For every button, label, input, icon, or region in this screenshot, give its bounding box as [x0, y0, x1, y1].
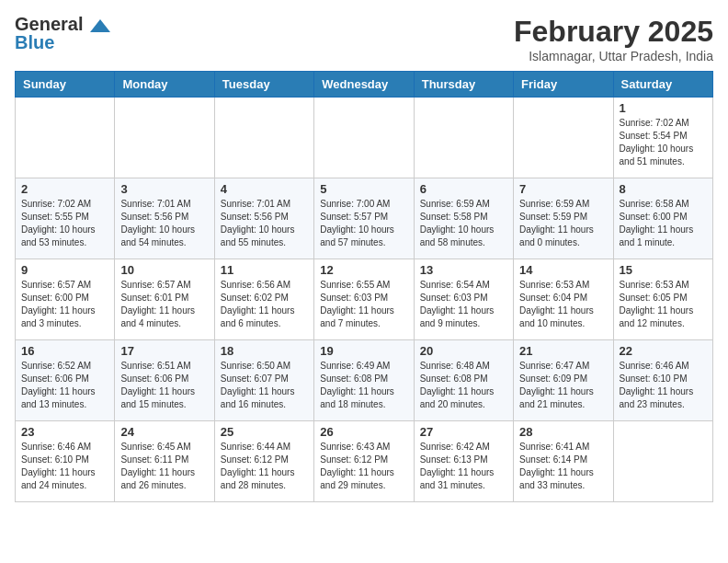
calendar-week-4: 16Sunrise: 6:52 AM Sunset: 6:06 PM Dayli…	[16, 340, 713, 421]
month-title: February 2025	[514, 15, 713, 49]
calendar-cell: 16Sunrise: 6:52 AM Sunset: 6:06 PM Dayli…	[16, 340, 115, 421]
calendar-cell	[115, 98, 214, 178]
calendar-cell: 21Sunrise: 6:47 AM Sunset: 6:09 PM Dayli…	[514, 340, 613, 421]
day-number: 7	[519, 182, 607, 196]
calendar-cell: 3Sunrise: 7:01 AM Sunset: 5:56 PM Daylig…	[115, 178, 214, 259]
day-number: 12	[320, 263, 407, 277]
calendar-week-5: 23Sunrise: 6:46 AM Sunset: 6:10 PM Dayli…	[16, 421, 713, 502]
weekday-sunday: Sunday	[16, 72, 115, 98]
day-number: 24	[120, 425, 208, 439]
day-number: 20	[420, 344, 507, 358]
day-info: Sunrise: 6:59 AM Sunset: 5:58 PM Dayligh…	[420, 198, 507, 249]
calendar-cell: 4Sunrise: 7:01 AM Sunset: 5:56 PM Daylig…	[214, 178, 313, 259]
day-number: 10	[120, 263, 208, 277]
calendar-cell: 10Sunrise: 6:57 AM Sunset: 6:01 PM Dayli…	[115, 259, 214, 340]
calendar-week-2: 2Sunrise: 7:02 AM Sunset: 5:55 PM Daylig…	[16, 178, 713, 259]
day-number: 1	[620, 101, 707, 115]
weekday-thursday: Thursday	[414, 72, 513, 98]
calendar-cell: 17Sunrise: 6:51 AM Sunset: 6:06 PM Dayli…	[115, 340, 214, 421]
day-info: Sunrise: 6:43 AM Sunset: 6:12 PM Dayligh…	[320, 441, 407, 492]
logo-icon	[90, 19, 110, 32]
day-number: 18	[221, 344, 308, 358]
day-number: 14	[519, 263, 607, 277]
day-number: 4	[221, 182, 308, 196]
day-info: Sunrise: 6:58 AM Sunset: 6:00 PM Dayligh…	[620, 198, 707, 249]
logo-text: General	[15, 15, 110, 33]
calendar-cell: 22Sunrise: 6:46 AM Sunset: 6:10 PM Dayli…	[613, 340, 712, 421]
day-info: Sunrise: 6:46 AM Sunset: 6:10 PM Dayligh…	[620, 360, 707, 411]
calendar-cell	[414, 98, 513, 178]
day-info: Sunrise: 7:01 AM Sunset: 5:56 PM Dayligh…	[221, 198, 308, 249]
day-number: 21	[519, 344, 607, 358]
logo-general: General	[15, 14, 83, 34]
calendar-cell: 26Sunrise: 6:43 AM Sunset: 6:12 PM Dayli…	[314, 421, 414, 502]
calendar: SundayMondayTuesdayWednesdayThursdayFrid…	[15, 71, 713, 502]
calendar-week-1: 1Sunrise: 7:02 AM Sunset: 5:54 PM Daylig…	[16, 98, 713, 178]
calendar-cell	[314, 98, 414, 178]
day-number: 11	[221, 263, 308, 277]
day-number: 15	[620, 263, 707, 277]
location: Islamnagar, Uttar Pradesh, India	[514, 49, 713, 63]
calendar-cell: 2Sunrise: 7:02 AM Sunset: 5:55 PM Daylig…	[16, 178, 115, 259]
day-info: Sunrise: 7:02 AM Sunset: 5:54 PM Dayligh…	[620, 117, 707, 168]
logo: General Blue	[15, 15, 110, 52]
day-number: 17	[120, 344, 208, 358]
day-info: Sunrise: 6:56 AM Sunset: 6:02 PM Dayligh…	[221, 279, 308, 330]
weekday-monday: Monday	[115, 72, 214, 98]
calendar-cell: 20Sunrise: 6:48 AM Sunset: 6:08 PM Dayli…	[414, 340, 513, 421]
weekday-tuesday: Tuesday	[214, 72, 313, 98]
day-number: 5	[320, 182, 407, 196]
svg-marker-0	[90, 19, 110, 32]
day-info: Sunrise: 6:54 AM Sunset: 6:03 PM Dayligh…	[420, 279, 507, 330]
day-number: 2	[21, 182, 108, 196]
calendar-cell	[613, 421, 712, 502]
day-info: Sunrise: 6:41 AM Sunset: 6:14 PM Dayligh…	[519, 441, 607, 492]
day-info: Sunrise: 6:53 AM Sunset: 6:04 PM Dayligh…	[519, 279, 607, 330]
calendar-cell: 27Sunrise: 6:42 AM Sunset: 6:13 PM Dayli…	[414, 421, 513, 502]
day-info: Sunrise: 6:55 AM Sunset: 6:03 PM Dayligh…	[320, 279, 407, 330]
calendar-cell	[514, 98, 613, 178]
weekday-saturday: Saturday	[613, 72, 712, 98]
day-number: 9	[21, 263, 108, 277]
calendar-cell: 5Sunrise: 7:00 AM Sunset: 5:57 PM Daylig…	[314, 178, 414, 259]
day-info: Sunrise: 6:49 AM Sunset: 6:08 PM Dayligh…	[320, 360, 407, 411]
day-info: Sunrise: 6:42 AM Sunset: 6:13 PM Dayligh…	[420, 441, 507, 492]
day-number: 27	[420, 425, 507, 439]
day-number: 28	[519, 425, 607, 439]
calendar-cell: 12Sunrise: 6:55 AM Sunset: 6:03 PM Dayli…	[314, 259, 414, 340]
calendar-cell: 8Sunrise: 6:58 AM Sunset: 6:00 PM Daylig…	[613, 178, 712, 259]
calendar-week-3: 9Sunrise: 6:57 AM Sunset: 6:00 PM Daylig…	[16, 259, 713, 340]
calendar-cell: 11Sunrise: 6:56 AM Sunset: 6:02 PM Dayli…	[214, 259, 313, 340]
calendar-cell	[214, 98, 313, 178]
day-number: 26	[320, 425, 407, 439]
day-info: Sunrise: 6:48 AM Sunset: 6:08 PM Dayligh…	[420, 360, 507, 411]
calendar-cell: 14Sunrise: 6:53 AM Sunset: 6:04 PM Dayli…	[514, 259, 613, 340]
day-number: 6	[420, 182, 507, 196]
day-info: Sunrise: 7:01 AM Sunset: 5:56 PM Dayligh…	[120, 198, 208, 249]
day-info: Sunrise: 6:53 AM Sunset: 6:05 PM Dayligh…	[620, 279, 707, 330]
day-number: 23	[21, 425, 108, 439]
calendar-cell: 13Sunrise: 6:54 AM Sunset: 6:03 PM Dayli…	[414, 259, 513, 340]
title-section: February 2025 Islamnagar, Uttar Pradesh,…	[514, 15, 713, 63]
calendar-cell: 28Sunrise: 6:41 AM Sunset: 6:14 PM Dayli…	[514, 421, 613, 502]
day-number: 25	[221, 425, 308, 439]
day-info: Sunrise: 7:02 AM Sunset: 5:55 PM Dayligh…	[21, 198, 108, 249]
weekday-friday: Friday	[514, 72, 613, 98]
weekday-header-row: SundayMondayTuesdayWednesdayThursdayFrid…	[16, 72, 713, 98]
day-info: Sunrise: 6:57 AM Sunset: 6:00 PM Dayligh…	[21, 279, 108, 330]
day-info: Sunrise: 6:59 AM Sunset: 5:59 PM Dayligh…	[519, 198, 607, 249]
day-info: Sunrise: 7:00 AM Sunset: 5:57 PM Dayligh…	[320, 198, 407, 249]
day-number: 13	[420, 263, 507, 277]
calendar-cell: 15Sunrise: 6:53 AM Sunset: 6:05 PM Dayli…	[613, 259, 712, 340]
day-number: 3	[120, 182, 208, 196]
day-number: 8	[620, 182, 707, 196]
day-number: 16	[21, 344, 108, 358]
day-info: Sunrise: 6:50 AM Sunset: 6:07 PM Dayligh…	[221, 360, 308, 411]
calendar-cell: 6Sunrise: 6:59 AM Sunset: 5:58 PM Daylig…	[414, 178, 513, 259]
day-info: Sunrise: 6:45 AM Sunset: 6:11 PM Dayligh…	[120, 441, 208, 492]
day-info: Sunrise: 6:47 AM Sunset: 6:09 PM Dayligh…	[519, 360, 607, 411]
calendar-cell: 7Sunrise: 6:59 AM Sunset: 5:59 PM Daylig…	[514, 178, 613, 259]
calendar-cell: 24Sunrise: 6:45 AM Sunset: 6:11 PM Dayli…	[115, 421, 214, 502]
weekday-wednesday: Wednesday	[314, 72, 414, 98]
day-number: 22	[620, 344, 707, 358]
